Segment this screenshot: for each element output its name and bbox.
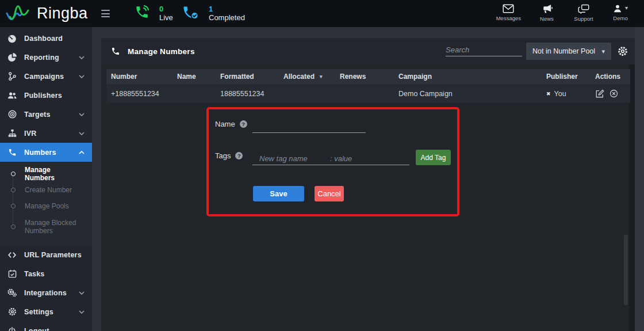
question-circle-icon[interactable]: ? <box>240 120 247 128</box>
numbers-submenu: Manage Numbers Create Number Manage Pool… <box>0 162 92 245</box>
phone-volume-icon <box>135 5 150 20</box>
search-input[interactable] <box>446 43 522 56</box>
gears-icon <box>7 288 17 297</box>
live-calls-counter[interactable]: 0 Live <box>135 5 173 22</box>
bullet-icon <box>11 172 16 176</box>
cancel-button[interactable]: Cancel <box>315 186 344 201</box>
nav-news[interactable]: News <box>536 4 558 22</box>
col-header-formatted[interactable]: Formatted <box>216 73 279 81</box>
top-nav: Messages News <box>496 4 631 22</box>
col-header-renews[interactable]: Renews <box>335 73 394 81</box>
sidebar-subitem-manage-blocked-numbers[interactable]: Manage Blocked Numbers <box>0 214 92 239</box>
col-header-campaign[interactable]: Campaign <box>394 73 540 81</box>
number-pool-filter-dropdown[interactable]: Not in Number Pool ▾ <box>526 43 611 60</box>
cell-formatted: 18885551234 <box>216 90 279 98</box>
completed-label: Completed <box>209 13 245 22</box>
users-icon <box>7 91 17 100</box>
page-title: Manage Numbers <box>128 47 195 56</box>
name-field-label: Name ? <box>215 120 247 128</box>
sidebar-item-settings[interactable]: Settings <box>0 302 92 321</box>
sidebar-item-campaigns[interactable]: Campaigns <box>0 67 92 86</box>
nav-messages[interactable]: Messages <box>496 4 521 22</box>
sidebar-subitem-manage-pools[interactable]: Manage Pools <box>0 198 92 214</box>
sort-caret-icon[interactable]: ▾ <box>320 74 323 79</box>
content-scrollbar-thumb[interactable] <box>624 235 628 305</box>
nav-support[interactable]: Support <box>573 4 595 22</box>
chevron-down-icon <box>79 113 85 116</box>
power-icon <box>7 326 17 331</box>
chevron-down-icon <box>79 75 85 78</box>
question-circle-icon[interactable]: ? <box>235 152 243 159</box>
edit-number-form: Name ? Tags ? Add Tag Save Cancel <box>112 107 635 220</box>
live-count: 0 <box>159 5 173 13</box>
chevron-down-icon <box>79 56 85 59</box>
sidebar-item-url-parameters[interactable]: URL Parameters <box>0 245 92 264</box>
hamburger-menu-icon[interactable] <box>101 10 110 17</box>
col-header-actions: Actions <box>589 73 630 81</box>
tags-input-group <box>252 153 409 165</box>
sidebar-item-logout[interactable]: Logout <box>0 321 92 331</box>
sidebar-subitem-manage-numbers[interactable]: Manage Numbers <box>0 166 92 182</box>
user-icon <box>613 4 622 13</box>
sidebar-item-ivr[interactable]: IVR <box>0 124 92 143</box>
top-bar: Ringba 0 Live <box>0 0 644 27</box>
tags-field-label: Tags ? <box>215 151 243 160</box>
tag-name-input[interactable] <box>252 153 330 164</box>
chevron-down-icon <box>79 132 85 135</box>
completed-count: 1 <box>209 5 245 13</box>
col-header-name[interactable]: Name <box>172 73 216 81</box>
code-brackets-icon <box>7 252 17 258</box>
save-button[interactable]: Save <box>253 186 304 201</box>
sidebar-item-tasks[interactable]: Tasks <box>0 264 92 283</box>
campaign-branch-icon <box>7 72 17 81</box>
megaphone-icon <box>542 4 553 14</box>
numbers-table: Number Name Formatted Allocated▾ Renews … <box>106 69 630 103</box>
brand[interactable]: Ringba <box>5 2 88 25</box>
bullet-icon <box>11 204 16 208</box>
chevron-down-icon <box>79 291 85 295</box>
calendar-check-icon <box>7 269 17 278</box>
phone-completed-icon <box>182 5 199 21</box>
caret-down-icon: ▾ <box>601 48 605 55</box>
bullseye-icon <box>7 110 17 119</box>
block-circle-x-icon[interactable] <box>610 89 618 98</box>
completed-calls-counter[interactable]: 1 Completed <box>182 5 245 22</box>
cell-actions <box>589 89 630 98</box>
chat-bubbles-icon <box>578 4 589 14</box>
add-tag-button[interactable]: Add Tag <box>416 150 451 165</box>
table-header-row: Number Name Formatted Allocated▾ Renews … <box>106 69 630 84</box>
name-input[interactable] <box>252 121 366 133</box>
edit-icon[interactable] <box>595 89 604 98</box>
sidebar-item-numbers[interactable]: Numbers <box>0 143 92 162</box>
bullet-icon <box>11 225 16 229</box>
sidebar-item-publishers[interactable]: Publishers <box>0 86 92 105</box>
sidebar-subitem-create-number[interactable]: Create Number <box>0 182 92 198</box>
bullet-icon <box>11 188 16 192</box>
cell-number: +18885551234 <box>106 90 172 98</box>
sitemap-icon <box>7 129 17 138</box>
sidebar-item-reporting[interactable]: Reporting <box>0 48 92 67</box>
col-header-publisher[interactable]: Publisher <box>540 73 589 81</box>
table-settings-gear-icon[interactable] <box>618 46 628 56</box>
pie-chart-icon <box>7 53 17 62</box>
ringba-app: Ringba 0 Live <box>0 0 644 331</box>
phone-icon <box>111 47 120 56</box>
cell-publisher: ✖ You <box>540 90 589 98</box>
chevron-down-icon <box>79 310 85 314</box>
caret-down-icon: ▾ <box>625 4 628 12</box>
sidebar-item-targets[interactable]: Targets <box>0 105 92 124</box>
table-row[interactable]: +18885551234 18885551234 Demo Campaign ✖… <box>106 84 630 103</box>
panel-header: Manage Numbers Not in Number Pool ▾ <box>101 38 635 64</box>
window-scrollbar[interactable] <box>635 27 644 331</box>
gear-icon <box>7 307 17 316</box>
sidebar-item-dashboard[interactable]: Dashboard <box>0 29 92 48</box>
tag-value-input[interactable] <box>330 153 405 164</box>
panel-body: Number Name Formatted Allocated▾ Renews … <box>101 64 635 331</box>
col-header-number[interactable]: Number <box>106 73 172 81</box>
col-header-allocated[interactable]: Allocated▾ <box>279 73 335 81</box>
brand-name: Ringba <box>37 5 88 22</box>
nav-account-demo[interactable]: ▾ Demo <box>610 4 631 22</box>
remove-publisher-x-icon[interactable]: ✖ <box>546 91 551 97</box>
sidebar-item-integrations[interactable]: Integrations <box>0 283 92 302</box>
gauge-icon <box>7 34 17 43</box>
